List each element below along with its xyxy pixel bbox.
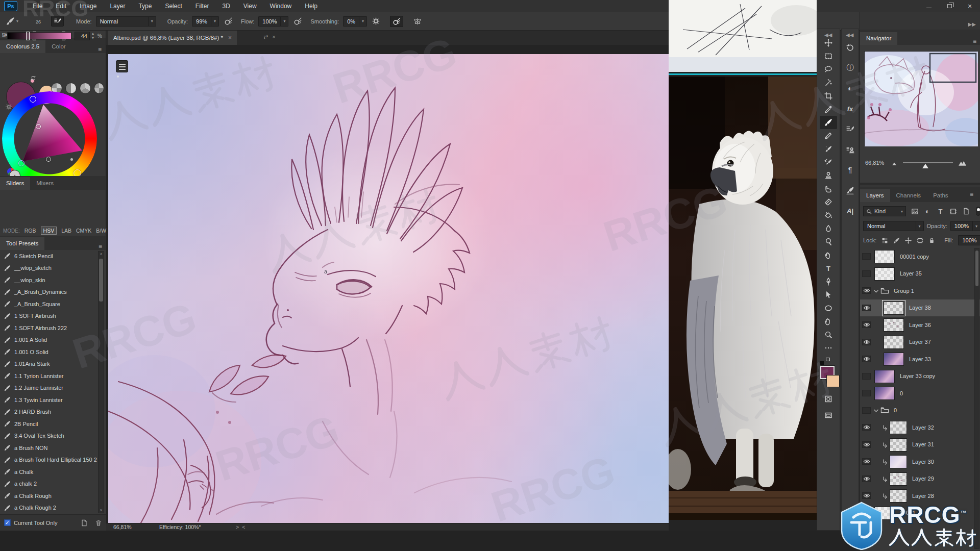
tool-preset-item[interactable]: __wlop_skin xyxy=(0,274,106,286)
menu-item[interactable]: 3D xyxy=(222,3,230,10)
tool-preset-item[interactable]: 1.001 O Solid xyxy=(0,346,106,358)
layer-name[interactable]: Layer 33 copy xyxy=(900,373,935,379)
slider-knob[interactable] xyxy=(922,164,928,168)
layer-row[interactable]: Layer 28 xyxy=(860,487,980,505)
zoom-in-icon[interactable] xyxy=(958,159,967,167)
filter-image-icon[interactable] xyxy=(911,208,919,215)
layer-name[interactable]: Layer 35 xyxy=(900,270,922,277)
scrollbar-thumb[interactable] xyxy=(99,259,103,302)
color-slider[interactable]: V 44 ▲▼ % xyxy=(0,31,106,42)
layers-panel-tab[interactable]: Paths xyxy=(927,189,954,202)
scroll-up-icon[interactable]: ∧ xyxy=(99,252,104,256)
document-tab[interactable]: Albino.psd @ 66,8% (Layer 38, RGB/8#) * … xyxy=(108,31,237,45)
layer-name[interactable]: Layer 36 xyxy=(909,322,931,328)
opacity-pressure-icon[interactable] xyxy=(224,17,233,26)
color-mode-option[interactable]: LAB xyxy=(61,228,71,234)
visibility-toggle[interactable] xyxy=(862,253,871,260)
layers-scrollbar[interactable] xyxy=(974,248,979,549)
clone-source-panel-icon[interactable] xyxy=(843,142,857,157)
tool-preset-item[interactable]: 2 HARD Brush xyxy=(0,406,106,418)
tool-preset-item[interactable]: a Chalk xyxy=(0,466,106,478)
layer-name[interactable]: Layer 28 xyxy=(912,493,934,499)
visibility-toggle[interactable] xyxy=(862,339,871,345)
path-select-tool[interactable] xyxy=(820,288,837,302)
filter-toggle[interactable] xyxy=(976,207,980,216)
visibility-toggle[interactable] xyxy=(862,305,871,311)
screen-mode-button[interactable] xyxy=(820,409,837,422)
lock-artboard-icon[interactable] xyxy=(917,237,923,244)
layer-name[interactable]: Layer 37 xyxy=(909,339,931,345)
pen-tool[interactable] xyxy=(820,275,837,288)
swap-colors-icon[interactable] xyxy=(30,74,37,82)
filter-type-icon[interactable]: T xyxy=(936,208,944,215)
color-mode-option[interactable]: B/W xyxy=(96,228,106,234)
sponge-tool[interactable] xyxy=(820,248,837,262)
tab-close-icon[interactable]: × xyxy=(228,34,232,41)
layer-row[interactable]: Layer 36 xyxy=(860,316,980,334)
layers-menu-icon[interactable]: ≡ xyxy=(970,191,973,198)
layer-name[interactable]: 0 xyxy=(894,407,897,413)
delete-preset-icon[interactable] xyxy=(95,519,102,526)
blend-mode-select[interactable]: Normal▾ xyxy=(96,16,156,27)
layer-thumbnail[interactable] xyxy=(874,387,895,400)
zoom-tool[interactable] xyxy=(820,328,837,341)
menu-item[interactable]: Type xyxy=(138,3,152,10)
layer-row[interactable]: 0 xyxy=(860,385,980,402)
layer-thumbnail[interactable] xyxy=(884,302,904,315)
menu-item[interactable]: Edit xyxy=(56,3,66,10)
layer-blend-mode-select[interactable]: Normal▾ xyxy=(863,221,924,231)
airbrush-icon[interactable] xyxy=(293,17,302,26)
layer-name[interactable]: 00001 copy xyxy=(900,254,929,260)
layer-row[interactable]: Layer 30 xyxy=(860,453,980,470)
clone-stamp-tool[interactable] xyxy=(820,169,837,182)
hue-marker[interactable] xyxy=(30,96,36,103)
character-panel-icon[interactable]: A| xyxy=(843,204,857,218)
tool-preset-item[interactable]: a Chalk Rough xyxy=(0,490,106,502)
tool-preset-item[interactable]: 1.3 Tywin Lannister xyxy=(0,394,106,406)
new-preset-icon[interactable] xyxy=(81,519,88,526)
layers-panel-tab[interactable]: Layers xyxy=(860,189,890,202)
layer-thumbnail[interactable] xyxy=(890,438,907,452)
layer-row[interactable]: Layer 33 xyxy=(860,350,980,368)
tool-preset-item[interactable]: 1.2 Jaime Lannister xyxy=(0,382,106,394)
layer-row[interactable]: Layer 32 xyxy=(860,419,980,436)
tool-preset-item[interactable]: 2B Pencil xyxy=(0,418,106,430)
visibility-toggle[interactable] xyxy=(862,373,871,380)
visibility-toggle[interactable] xyxy=(862,458,871,465)
navigator-thumbnail[interactable] xyxy=(864,51,977,146)
tab-navigator[interactable]: Navigator xyxy=(860,32,897,45)
brush-tool[interactable] xyxy=(820,116,837,129)
tab-sliders[interactable]: Sliders xyxy=(0,177,30,190)
tab-tool-presets[interactable]: Tool Presets xyxy=(0,237,44,250)
panel-menu-icon[interactable]: ≡ xyxy=(98,46,102,53)
restore-button[interactable] xyxy=(939,0,960,12)
expand-chevron-icon[interactable] xyxy=(874,288,878,294)
tab-mixers[interactable]: Mixers xyxy=(30,177,60,190)
adjustments-panel-icon[interactable]: ◐ xyxy=(843,81,857,95)
tool-preset-item[interactable]: 1.1 Tyrion Lannister xyxy=(0,370,106,382)
lock-transparency-icon[interactable] xyxy=(881,237,888,244)
type-tool[interactable]: T xyxy=(820,262,837,275)
navigator-zoom-slider[interactable] xyxy=(903,162,953,163)
filter-kind-select[interactable]: Kind ▾ xyxy=(863,206,906,216)
layer-thumbnail[interactable] xyxy=(890,489,907,503)
layer-thumbnail[interactable] xyxy=(884,336,904,349)
smudge-tool[interactable] xyxy=(820,182,837,195)
layer-name[interactable]: Layer 30 xyxy=(912,459,934,465)
layer-name[interactable]: 00001 xyxy=(900,510,916,516)
tool-preset-item[interactable]: __wlop_sketch xyxy=(0,262,106,274)
visibility-toggle[interactable] xyxy=(862,407,871,414)
tool-preset-item[interactable]: _A_Brush_Dynamics xyxy=(0,286,106,298)
blur-tool[interactable] xyxy=(820,222,837,235)
menu-item[interactable]: Help xyxy=(305,3,317,10)
styles-panel-icon[interactable]: fx xyxy=(843,102,857,116)
layers-scrollbar-thumb[interactable] xyxy=(975,251,978,286)
layer-name[interactable]: Layer 31 xyxy=(912,441,934,447)
tool-preset-item[interactable]: 1 SOFT Airbrush xyxy=(0,310,106,322)
layer-row[interactable]: 0 xyxy=(860,402,980,419)
default-colors-icon[interactable] xyxy=(820,358,830,365)
brush-settings-toggle-icon[interactable] xyxy=(51,16,64,27)
lasso-tool[interactable] xyxy=(820,63,837,76)
eraser-tool[interactable] xyxy=(820,195,837,209)
layer-name[interactable]: Layer 38 xyxy=(909,305,931,311)
